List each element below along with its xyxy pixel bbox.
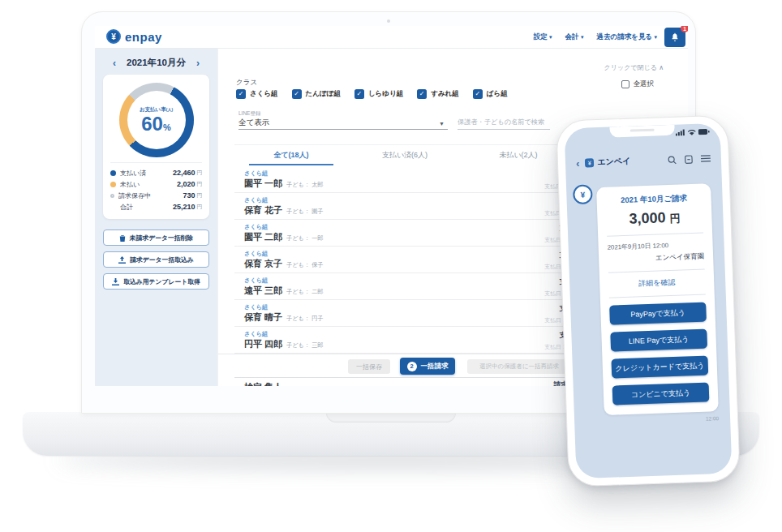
- search-icon[interactable]: [668, 155, 677, 164]
- speaker-slot: [630, 129, 655, 132]
- class-checkbox-sakura[interactable]: ✓ さくら組: [236, 89, 278, 99]
- divider: [609, 294, 706, 298]
- trash-icon: [119, 234, 126, 242]
- enpay-brand-name: enpay: [125, 30, 162, 44]
- payment-rate-donut: お支払い率(人) 60%: [118, 81, 196, 159]
- enpay-logo[interactable]: ¥ enpay: [106, 29, 162, 44]
- donut-legend: 支払い済 22,460 円 未払い 2,020 円 請求保存中 730: [110, 162, 202, 212]
- chevron-down-icon: ▾: [581, 34, 584, 40]
- sidebar: ‹ 2021年10月分 › お支払い率(人) 60% 支払い済 22,46: [95, 49, 217, 386]
- invoice-amount: 3,000 円: [606, 208, 703, 229]
- invoice-org: エンペイ保育園: [608, 252, 704, 265]
- paid-dot-icon: [110, 170, 116, 176]
- legend-item-paid: 支払い済 22,460 円: [110, 167, 202, 178]
- bulk-invoice-button[interactable]: 2 一括請求: [400, 358, 455, 375]
- prev-month-chevron[interactable]: ‹: [113, 58, 116, 68]
- tab-paid[interactable]: 支払い済(6人): [348, 145, 462, 165]
- enpay-badge-icon: ¥: [585, 158, 594, 167]
- paypay-button[interactable]: PayPayで支払う: [609, 302, 707, 325]
- next-month-chevron[interactable]: ›: [196, 58, 200, 68]
- marketing-mockup-stage: ¥ enpay 設定 ▾ 会計 ▾ 過去の請求を見る ▾ 1 ‹ 2021年10…: [0, 0, 782, 532]
- tab-all[interactable]: 全て(18人): [234, 145, 348, 165]
- saved-dot-icon: [110, 194, 114, 198]
- class-filter-row: ✓ さくら組 ✓ たんぽぽ組 ✓ しらゆり組 ✓ すみれ組 ✓ ばら組: [236, 89, 508, 99]
- enpay-logo-icon: ¥: [106, 29, 121, 44]
- divider: [607, 233, 703, 237]
- donut-value: 60%: [141, 114, 170, 134]
- phone-screen: ‹ ¥ エンペイ ¥ 2021 年10月ご請求 3,000 円 2021年9月1…: [565, 123, 733, 478]
- phone-statusbar: [676, 128, 710, 135]
- menu-settings[interactable]: 設定 ▾: [534, 32, 552, 42]
- legend-item-saved: 請求保存中 730 円: [110, 190, 202, 201]
- bell-icon: [670, 32, 680, 42]
- divider: [608, 269, 705, 273]
- class-filter-label: クラス: [236, 78, 257, 88]
- checkbox-unchecked-icon: [621, 80, 629, 88]
- menu-accounting[interactable]: 会計 ▾: [565, 32, 584, 42]
- message-timestamp: 12:00: [604, 415, 719, 425]
- wifi-icon: [688, 129, 696, 135]
- menu-icon[interactable]: [701, 154, 711, 162]
- invoice-message-card: 2021 年10月ご請求 3,000 円 2021年9月10日 12:00 エン…: [596, 183, 719, 415]
- class-checkbox-bara[interactable]: ✓ ばら組: [473, 89, 508, 99]
- linepay-button[interactable]: LINE Payで支払う: [610, 328, 707, 351]
- select-caret-icon: ▼: [439, 121, 445, 127]
- download-icon: [112, 278, 119, 285]
- chevron-down-icon: ▾: [549, 34, 552, 40]
- collapse-filters-link[interactable]: クリックで閉じる ∧: [604, 63, 664, 72]
- select-all-checkbox[interactable]: 全選択: [621, 79, 655, 89]
- chevron-down-icon: ▾: [654, 34, 657, 40]
- document-icon[interactable]: [685, 154, 693, 163]
- enpay-avatar: ¥: [573, 184, 593, 204]
- month-label: 2021年10月分: [127, 57, 186, 69]
- search-input[interactable]: 保護者・子どもの名前で検索: [458, 118, 550, 130]
- legend-item-total: 合計 25,210 円: [110, 201, 202, 212]
- upload-icon: [118, 256, 126, 264]
- back-chevron-icon[interactable]: ‹: [576, 157, 580, 168]
- unpaid-dot-icon: [110, 182, 116, 187]
- checkbox-checked-icon: ✓: [236, 89, 246, 99]
- template-download-button[interactable]: 取込み用テンプレート取得: [103, 273, 209, 290]
- checkbox-checked-icon: ✓: [354, 89, 364, 99]
- invoice-count-badge: 2: [407, 362, 417, 371]
- checkbox-checked-icon: ✓: [417, 89, 427, 99]
- payment-summary-card: お支払い率(人) 60% 支払い済 22,460 円 未払い 2,020: [103, 75, 209, 219]
- donut-center: お支払い率(人) 60%: [118, 81, 196, 159]
- class-checkbox-tanpopo[interactable]: ✓ たんぽぽ組: [292, 89, 341, 99]
- menu-past-invoices[interactable]: 過去の請求を見る ▾: [597, 32, 658, 42]
- creditcard-button[interactable]: クレジットカードで支払う: [611, 355, 708, 378]
- signal-icon: [676, 129, 685, 135]
- class-checkbox-shirayuri[interactable]: ✓ しらゆり組: [354, 89, 403, 99]
- class-checkbox-sumire[interactable]: ✓ すみれ組: [417, 89, 459, 99]
- checkbox-checked-icon: ✓: [473, 89, 483, 99]
- line-filter-select[interactable]: 全て表示 ▼: [238, 118, 448, 130]
- phone-mockup: ‹ ¥ エンペイ ¥ 2021 年10月ご請求 3,000 円 2021年9月1…: [556, 114, 741, 487]
- chat-header-icons: [668, 154, 711, 165]
- detail-link[interactable]: 詳細を確認: [608, 277, 705, 290]
- invoice-title: 2021 年10月ご請求: [605, 193, 702, 207]
- chevron-up-icon: ∧: [659, 64, 664, 71]
- month-navigator: ‹ 2021年10月分 ›: [95, 57, 217, 69]
- top-navbar: ¥ enpay 設定 ▾ 会計 ▾ 過去の請求を見る ▾ 1: [95, 26, 688, 49]
- webcam-dot: [387, 19, 390, 23]
- bulk-save-button[interactable]: 一括保存: [348, 359, 390, 374]
- bulk-delete-button[interactable]: 未請求データ一括削除: [103, 230, 209, 246]
- bulk-import-button[interactable]: 請求データ一括取込み: [103, 251, 209, 268]
- battery-icon: [698, 128, 710, 135]
- phone-chat-header: ‹ ¥ エンペイ: [565, 148, 722, 174]
- line-registration-label: LINE登録: [238, 110, 260, 118]
- chat-title: エンペイ: [597, 156, 630, 168]
- notification-count-badge: 1: [681, 26, 688, 32]
- invoice-datetime: 2021年9月10日 12:00: [607, 240, 703, 252]
- phone-notch: [609, 125, 674, 138]
- bulk-reinvoice-button[interactable]: 選択中の保護者に一括再請求: [467, 359, 571, 374]
- legend-item-unpaid: 未払い 2,020 円: [110, 178, 202, 190]
- notification-bell-button[interactable]: 1: [664, 28, 685, 47]
- navbar-menus: 設定 ▾ 会計 ▾ 過去の請求を見る ▾: [534, 26, 657, 49]
- checkbox-checked-icon: ✓: [292, 89, 302, 99]
- convenience-store-button[interactable]: コンビニで支払う: [612, 382, 710, 405]
